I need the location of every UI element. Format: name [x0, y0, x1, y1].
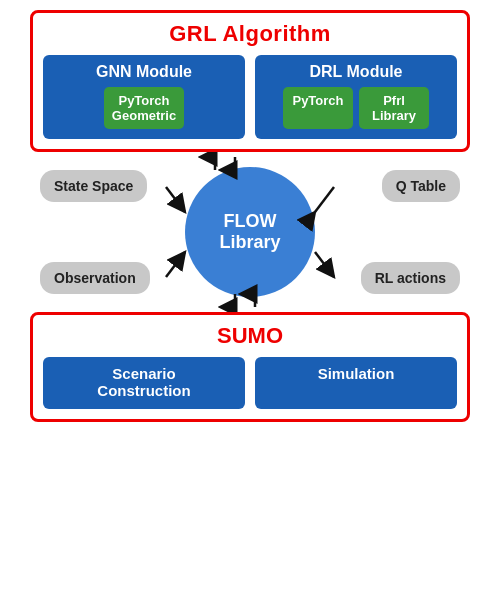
flow-label-line1: FLOW: [224, 211, 277, 232]
grl-algorithm-box: GRL Algorithm GNN Module PyTorchGeometri…: [30, 10, 470, 152]
state-space-pill: State Space: [40, 170, 147, 202]
drl-libs: PyTorch PfrlLibrary: [265, 87, 447, 129]
observation-pill: Observation: [40, 262, 150, 294]
grl-modules: GNN Module PyTorchGeometric DRL Module P…: [43, 55, 457, 139]
simulation-label: Simulation: [318, 365, 395, 382]
scenario-construction-box: ScenarioConstruction: [43, 357, 245, 409]
diagram: GRL Algorithm GNN Module PyTorchGeometri…: [20, 10, 480, 580]
sumo-modules: ScenarioConstruction Simulation: [43, 357, 457, 409]
middle-section: State Space Q Table Observation RL actio…: [30, 152, 470, 312]
sumo-box: SUMO ScenarioConstruction Simulation: [30, 312, 470, 422]
svg-line-8: [166, 252, 185, 277]
pytorch-pill: PyTorch: [283, 87, 353, 129]
pfrl-pill: PfrlLibrary: [359, 87, 429, 129]
grl-title: GRL Algorithm: [43, 21, 457, 47]
pytorch-geometric-pill: PyTorchGeometric: [104, 87, 184, 129]
gnn-module-box: GNN Module PyTorchGeometric: [43, 55, 245, 139]
gnn-module-title: GNN Module: [53, 63, 235, 81]
drl-module-box: DRL Module PyTorch PfrlLibrary: [255, 55, 457, 139]
gnn-libs: PyTorchGeometric: [53, 87, 235, 129]
flow-circle: FLOW Library: [185, 167, 315, 297]
svg-line-7: [315, 187, 334, 212]
q-table-pill: Q Table: [382, 170, 460, 202]
svg-line-6: [166, 187, 185, 212]
rl-actions-pill: RL actions: [361, 262, 460, 294]
drl-module-title: DRL Module: [265, 63, 447, 81]
sumo-title: SUMO: [43, 323, 457, 349]
scenario-construction-label: ScenarioConstruction: [97, 365, 190, 399]
flow-label-line2: Library: [219, 232, 280, 253]
svg-line-9: [315, 252, 334, 277]
simulation-box: Simulation: [255, 357, 457, 409]
